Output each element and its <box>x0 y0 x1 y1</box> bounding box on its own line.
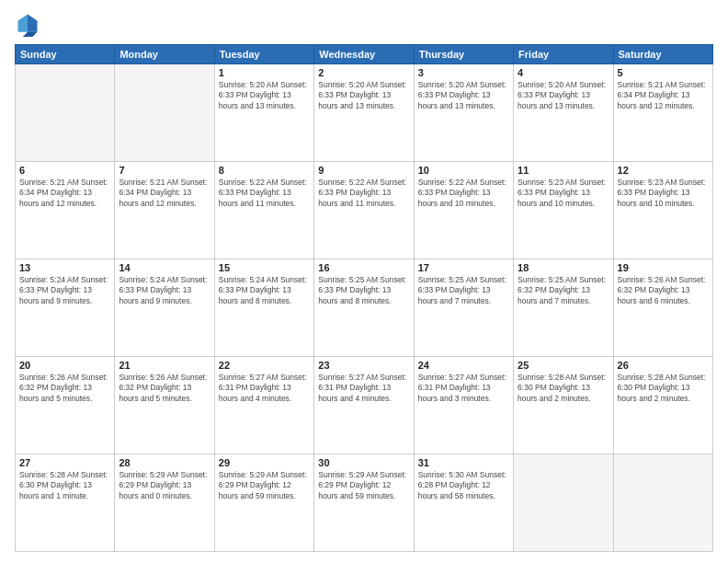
day-detail: Sunrise: 5:21 AM Sunset: 6:34 PM Dayligh… <box>19 178 110 209</box>
header <box>15 11 713 37</box>
logo <box>15 11 44 37</box>
day-number: 24 <box>418 360 509 371</box>
calendar-cell: 15Sunrise: 5:24 AM Sunset: 6:33 PM Dayli… <box>214 259 313 357</box>
calendar-cell: 22Sunrise: 5:27 AM Sunset: 6:31 PM Dayli… <box>214 357 313 454</box>
weekday-header: Thursday <box>414 45 513 64</box>
calendar-table: SundayMondayTuesdayWednesdayThursdayFrid… <box>15 44 713 552</box>
calendar-cell: 20Sunrise: 5:26 AM Sunset: 6:32 PM Dayli… <box>16 357 115 454</box>
calendar-cell: 5Sunrise: 5:21 AM Sunset: 6:34 PM Daylig… <box>613 64 712 162</box>
day-number: 31 <box>418 457 509 468</box>
calendar-cell <box>613 454 712 552</box>
day-number: 13 <box>19 262 110 273</box>
calendar-cell: 28Sunrise: 5:29 AM Sunset: 6:29 PM Dayli… <box>115 454 214 552</box>
calendar-cell: 19Sunrise: 5:26 AM Sunset: 6:32 PM Dayli… <box>613 259 712 357</box>
day-detail: Sunrise: 5:22 AM Sunset: 6:33 PM Dayligh… <box>418 178 509 209</box>
calendar-week-row: 13Sunrise: 5:24 AM Sunset: 6:33 PM Dayli… <box>16 259 713 357</box>
calendar-cell: 1Sunrise: 5:20 AM Sunset: 6:33 PM Daylig… <box>214 64 313 162</box>
day-number: 7 <box>119 165 210 176</box>
day-detail: Sunrise: 5:25 AM Sunset: 6:32 PM Dayligh… <box>518 275 609 306</box>
day-detail: Sunrise: 5:28 AM Sunset: 6:30 PM Dayligh… <box>618 373 709 404</box>
calendar-cell: 25Sunrise: 5:28 AM Sunset: 6:30 PM Dayli… <box>514 357 613 454</box>
calendar-cell: 17Sunrise: 5:25 AM Sunset: 6:33 PM Dayli… <box>414 259 513 357</box>
calendar-cell: 26Sunrise: 5:28 AM Sunset: 6:30 PM Dayli… <box>613 357 712 454</box>
day-number: 15 <box>219 262 310 273</box>
day-detail: Sunrise: 5:20 AM Sunset: 6:33 PM Dayligh… <box>318 80 409 111</box>
calendar-cell: 3Sunrise: 5:20 AM Sunset: 6:33 PM Daylig… <box>414 64 513 162</box>
calendar-cell <box>514 454 613 552</box>
calendar-week-row: 27Sunrise: 5:28 AM Sunset: 6:30 PM Dayli… <box>16 454 713 552</box>
day-number: 2 <box>318 67 409 78</box>
day-number: 14 <box>119 262 210 273</box>
day-detail: Sunrise: 5:20 AM Sunset: 6:33 PM Dayligh… <box>418 80 509 111</box>
day-number: 8 <box>219 165 310 176</box>
day-detail: Sunrise: 5:29 AM Sunset: 6:29 PM Dayligh… <box>318 470 409 501</box>
day-detail: Sunrise: 5:21 AM Sunset: 6:34 PM Dayligh… <box>618 80 709 111</box>
day-detail: Sunrise: 5:23 AM Sunset: 6:33 PM Dayligh… <box>518 178 609 209</box>
svg-marker-2 <box>23 32 38 37</box>
calendar-cell: 11Sunrise: 5:23 AM Sunset: 6:33 PM Dayli… <box>514 162 613 259</box>
weekday-header: Tuesday <box>214 45 313 64</box>
page: SundayMondayTuesdayWednesdayThursdayFrid… <box>0 0 728 563</box>
day-detail: Sunrise: 5:20 AM Sunset: 6:33 PM Dayligh… <box>518 80 609 111</box>
day-detail: Sunrise: 5:29 AM Sunset: 6:29 PM Dayligh… <box>119 470 210 501</box>
day-detail: Sunrise: 5:20 AM Sunset: 6:33 PM Dayligh… <box>219 80 310 111</box>
weekday-header: Sunday <box>16 45 115 64</box>
day-number: 26 <box>618 360 709 371</box>
svg-marker-0 <box>28 15 38 32</box>
weekday-header: Saturday <box>613 45 712 64</box>
day-number: 25 <box>518 360 609 371</box>
calendar-header-row: SundayMondayTuesdayWednesdayThursdayFrid… <box>16 45 713 64</box>
calendar-week-row: 1Sunrise: 5:20 AM Sunset: 6:33 PM Daylig… <box>16 64 713 162</box>
day-number: 21 <box>119 360 210 371</box>
calendar-cell: 14Sunrise: 5:24 AM Sunset: 6:33 PM Dayli… <box>115 259 214 357</box>
day-detail: Sunrise: 5:26 AM Sunset: 6:32 PM Dayligh… <box>119 373 210 404</box>
day-detail: Sunrise: 5:26 AM Sunset: 6:32 PM Dayligh… <box>618 275 709 306</box>
day-number: 27 <box>19 457 110 468</box>
svg-marker-1 <box>18 15 28 32</box>
day-number: 17 <box>418 262 509 273</box>
calendar-cell: 10Sunrise: 5:22 AM Sunset: 6:33 PM Dayli… <box>414 162 513 259</box>
day-detail: Sunrise: 5:24 AM Sunset: 6:33 PM Dayligh… <box>19 275 110 306</box>
calendar-cell: 6Sunrise: 5:21 AM Sunset: 6:34 PM Daylig… <box>16 162 115 259</box>
calendar-cell: 13Sunrise: 5:24 AM Sunset: 6:33 PM Dayli… <box>16 259 115 357</box>
calendar-cell: 24Sunrise: 5:27 AM Sunset: 6:31 PM Dayli… <box>414 357 513 454</box>
day-number: 12 <box>618 165 709 176</box>
calendar-cell: 7Sunrise: 5:21 AM Sunset: 6:34 PM Daylig… <box>115 162 214 259</box>
logo-icon <box>15 11 40 37</box>
day-number: 23 <box>318 360 409 371</box>
day-number: 20 <box>19 360 110 371</box>
day-detail: Sunrise: 5:22 AM Sunset: 6:33 PM Dayligh… <box>219 178 310 209</box>
calendar-cell: 27Sunrise: 5:28 AM Sunset: 6:30 PM Dayli… <box>16 454 115 552</box>
day-number: 16 <box>318 262 409 273</box>
weekday-header: Wednesday <box>314 45 414 64</box>
calendar-cell: 29Sunrise: 5:29 AM Sunset: 6:29 PM Dayli… <box>214 454 313 552</box>
day-number: 29 <box>219 457 310 468</box>
calendar-cell: 12Sunrise: 5:23 AM Sunset: 6:33 PM Dayli… <box>613 162 712 259</box>
weekday-header: Friday <box>514 45 613 64</box>
day-detail: Sunrise: 5:21 AM Sunset: 6:34 PM Dayligh… <box>119 178 210 209</box>
day-number: 22 <box>219 360 310 371</box>
day-detail: Sunrise: 5:26 AM Sunset: 6:32 PM Dayligh… <box>19 373 110 404</box>
day-number: 3 <box>418 67 509 78</box>
day-detail: Sunrise: 5:29 AM Sunset: 6:29 PM Dayligh… <box>219 470 310 501</box>
day-detail: Sunrise: 5:23 AM Sunset: 6:33 PM Dayligh… <box>618 178 709 209</box>
calendar-cell: 31Sunrise: 5:30 AM Sunset: 6:28 PM Dayli… <box>414 454 513 552</box>
day-number: 11 <box>518 165 609 176</box>
day-detail: Sunrise: 5:27 AM Sunset: 6:31 PM Dayligh… <box>418 373 509 404</box>
day-detail: Sunrise: 5:24 AM Sunset: 6:33 PM Dayligh… <box>219 275 310 306</box>
weekday-header: Monday <box>115 45 214 64</box>
day-number: 6 <box>19 165 110 176</box>
day-number: 10 <box>418 165 509 176</box>
day-number: 18 <box>518 262 609 273</box>
day-detail: Sunrise: 5:27 AM Sunset: 6:31 PM Dayligh… <box>318 373 409 404</box>
calendar-cell: 9Sunrise: 5:22 AM Sunset: 6:33 PM Daylig… <box>314 162 414 259</box>
calendar-cell: 23Sunrise: 5:27 AM Sunset: 6:31 PM Dayli… <box>314 357 414 454</box>
calendar-cell <box>16 64 115 162</box>
day-number: 28 <box>119 457 210 468</box>
calendar-cell: 21Sunrise: 5:26 AM Sunset: 6:32 PM Dayli… <box>115 357 214 454</box>
day-detail: Sunrise: 5:28 AM Sunset: 6:30 PM Dayligh… <box>518 373 609 404</box>
calendar-cell: 30Sunrise: 5:29 AM Sunset: 6:29 PM Dayli… <box>314 454 414 552</box>
day-detail: Sunrise: 5:25 AM Sunset: 6:33 PM Dayligh… <box>318 275 409 306</box>
day-detail: Sunrise: 5:24 AM Sunset: 6:33 PM Dayligh… <box>119 275 210 306</box>
day-detail: Sunrise: 5:30 AM Sunset: 6:28 PM Dayligh… <box>418 470 509 501</box>
